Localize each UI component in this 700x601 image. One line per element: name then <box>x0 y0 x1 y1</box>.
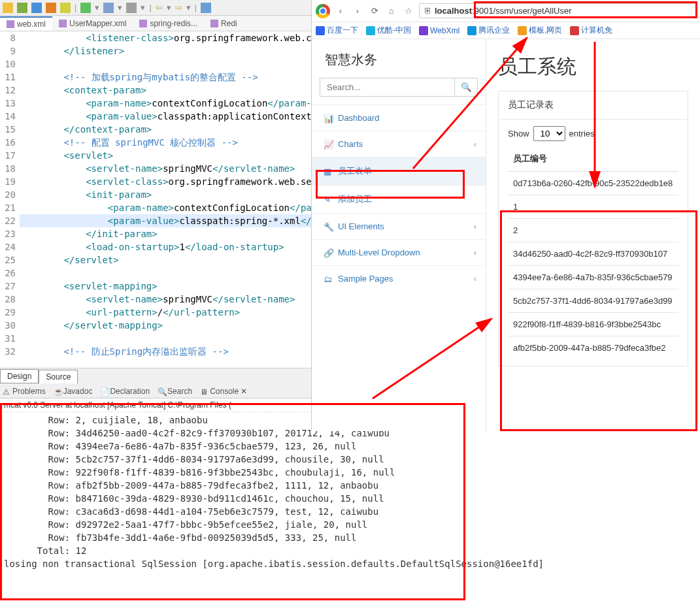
toolbar-icon[interactable] <box>126 3 137 13</box>
toolbar-icon[interactable] <box>103 3 114 13</box>
sidebar-item[interactable]: ▦员工表单 <box>312 157 486 185</box>
page-size-select[interactable]: 10 <box>533 126 565 141</box>
admin-main: 员工系统 员工记录表 Show 10 entries 员工编号 0d713b6a… <box>486 39 700 431</box>
toolbar-icon[interactable] <box>31 3 42 13</box>
table-row[interactable]: 2 <box>508 219 678 242</box>
data-table: 员工编号 0d713b6a-0260-42fb-90c5-23522dedb1e… <box>508 146 678 359</box>
sidebar-item-label: Dashboard <box>338 113 380 123</box>
dashboard-icon: 📊 <box>324 114 333 123</box>
bookmark-link[interactable]: WebXml <box>419 26 459 35</box>
brand-title: 智慧水务 <box>312 39 486 78</box>
address-bar[interactable]: ⛨ localhost:9001/ssm/user/getAllUser <box>419 3 696 18</box>
bookmark-link[interactable]: 腾讯企业 <box>467 25 510 36</box>
tree-icon: 🔗 <box>324 248 333 257</box>
url-rest: :9001/ssm/user/getAllUser <box>472 6 571 16</box>
sidebar-item-label: Sample Pages <box>338 274 393 284</box>
card-title: 员工记录表 <box>498 91 688 119</box>
editor-tab[interactable]: web.xml <box>0 16 52 31</box>
url-host: localhost <box>435 6 472 16</box>
table-row[interactable]: 5cb2c757-37f1-4dd6-8034-91797a6e3d99 <box>508 289 678 313</box>
sidebar-item-label: 员工表单 <box>338 165 372 177</box>
edit-icon: ✎ <box>324 195 333 204</box>
show-entries: Show 10 entries <box>508 126 678 141</box>
toolbar-icon[interactable] <box>80 3 91 13</box>
star-button[interactable]: ☆ <box>402 5 415 18</box>
table-row[interactable]: 0d713b6a-0260-42fb-90c5-23522dedb1e8 <box>508 172 678 195</box>
source-tab[interactable]: Source <box>39 370 78 383</box>
cell-id: 34d46250-aad0-4c2f-82c9-ff370930b107 <box>508 242 678 266</box>
forward-button[interactable]: › <box>351 5 364 18</box>
xml-file-icon <box>59 20 67 27</box>
sidebar-item[interactable]: 🔧UI Elements‹ <box>312 213 486 239</box>
sidebar-item-label: Multi-Level Dropdown <box>338 248 420 257</box>
cell-id: 2 <box>508 219 678 242</box>
toolbar-icon[interactable] <box>17 3 27 13</box>
design-tab[interactable]: Design <box>0 369 39 383</box>
console-tab[interactable]: 🔍Search <box>158 387 192 396</box>
table-row[interactable]: 922f90f8-f1ff-4839-b816-9f3bbe2543bc <box>508 313 678 336</box>
bookmark-icon <box>467 26 476 35</box>
col-header[interactable]: 员工编号 <box>508 146 678 172</box>
home-button[interactable]: ⌂ <box>385 5 398 18</box>
table-icon: ▦ <box>324 167 333 176</box>
sidebar-item[interactable]: 🔗Multi-Level Dropdown‹ <box>312 239 486 265</box>
bookmark-icon <box>366 26 375 35</box>
chevron-left-icon: ‹ <box>474 221 476 231</box>
cell-id: 922f90f8-f1ff-4839-b816-9f3bbe2543bc <box>508 313 678 336</box>
sidebar-item-label: Charts <box>338 139 363 149</box>
shield-icon: ⛨ <box>424 6 432 16</box>
editor-tab[interactable]: spring-redis... <box>133 17 204 30</box>
bookmarks-bar: 百度一下优酷-中国WebXml腾讯企业模板,网页计算机免 <box>312 22 700 39</box>
sidebar-item[interactable]: 📈Charts‹ <box>312 131 486 157</box>
bookmark-icon <box>518 26 527 35</box>
sidebar-item-label: UI Elements <box>338 221 384 231</box>
table-row[interactable]: 1 <box>508 195 678 219</box>
entries-label: entries <box>569 129 595 138</box>
toolbar-icon[interactable] <box>60 3 71 13</box>
console-output[interactable]: Row: 2, cuijiale, 18, anbaobu Row: 34d46… <box>0 412 700 576</box>
table-row[interactable]: 34d46250-aad0-4c2f-82c9-ff370930b107 <box>508 242 678 266</box>
toolbar-icon[interactable] <box>3 3 13 13</box>
browser-pane: ‹ › ⟳ ⌂ ☆ ⛨ localhost:9001/ssm/user/getA… <box>311 0 700 431</box>
admin-sidebar: 智慧水务 🔍 📊Dashboard📈Charts‹▦员工表单✎添加员工🔧UI E… <box>312 39 486 431</box>
cell-id: 5cb2c757-37f1-4dd6-8034-91797a6e3d99 <box>508 289 678 313</box>
console-tab[interactable]: 📄Declaration <box>100 387 150 396</box>
editor-tab[interactable]: Redi <box>204 17 244 30</box>
bookmark-link[interactable]: 计算机免 <box>570 25 612 36</box>
cell-id: afb2f5bb-2009-447a-b885-79dfeca3fbe2 <box>508 336 678 360</box>
browser-nav-bar: ‹ › ⟳ ⌂ ☆ ⛨ localhost:9001/ssm/user/getA… <box>312 0 700 22</box>
console-tab[interactable]: ⚠Problems <box>3 387 46 396</box>
reload-button[interactable]: ⟳ <box>368 5 381 18</box>
page-title: 员工系统 <box>498 39 688 91</box>
chevron-left-icon: ‹ <box>474 274 476 284</box>
console-tab[interactable]: ☕Javadoc <box>54 387 93 396</box>
cell-id: 0d713b6a-0260-42fb-90c5-23522dedb1e8 <box>508 172 678 195</box>
show-label: Show <box>508 129 529 138</box>
console-tab[interactable]: 🖥Console ✕ <box>200 387 247 396</box>
wrench-icon: 🔧 <box>324 222 333 231</box>
cell-id: 4394ee7a-6e86-4a7b-835f-936c5cbae579 <box>508 266 678 289</box>
search-button[interactable]: 🔍 <box>454 78 478 97</box>
back-button[interactable]: ‹ <box>334 5 347 18</box>
bookmark-link[interactable]: 模板,网页 <box>518 25 562 36</box>
toolbar-icon[interactable] <box>201 3 211 13</box>
chevron-left-icon: ‹ <box>474 139 476 149</box>
toolbar-icon[interactable] <box>46 3 56 13</box>
xml-file-icon <box>7 20 14 28</box>
search-input[interactable] <box>320 78 454 97</box>
nav-list: 📊Dashboard📈Charts‹▦员工表单✎添加员工🔧UI Elements… <box>312 105 486 291</box>
bookmark-link[interactable]: 百度一下 <box>316 25 358 36</box>
bookmark-icon <box>316 26 325 35</box>
bookmark-link[interactable]: 优酷-中国 <box>366 25 411 36</box>
sidebar-item[interactable]: 🗂Sample Pages‹ <box>312 265 486 291</box>
xml-file-icon <box>139 20 147 27</box>
cell-id: 1 <box>508 195 678 219</box>
bookmark-icon <box>570 26 579 35</box>
chrome-icon <box>316 4 330 18</box>
sidebar-item[interactable]: ✎添加员工 <box>312 185 486 213</box>
table-row[interactable]: afb2f5bb-2009-447a-b885-79dfeca3fbe2 <box>508 336 678 360</box>
sidebar-item[interactable]: 📊Dashboard <box>312 105 486 131</box>
sidebar-item-label: 添加员工 <box>338 193 372 205</box>
editor-tab[interactable]: UserMapper.xml <box>52 17 133 30</box>
table-row[interactable]: 4394ee7a-6e86-4a7b-835f-936c5cbae579 <box>508 266 678 289</box>
